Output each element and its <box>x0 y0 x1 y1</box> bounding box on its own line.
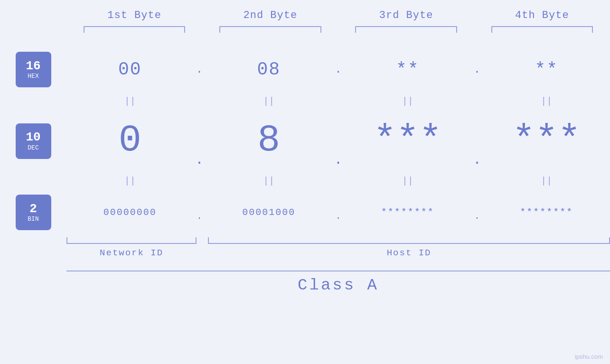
eq-dot-s1 <box>194 92 206 110</box>
dec-text-1: 0 <box>119 119 141 162</box>
dec-val-4: *** <box>483 119 610 162</box>
bottom-brackets-section: Network ID Host ID <box>0 237 610 271</box>
eq-cell-2d: || <box>483 172 610 190</box>
hex-row: 16 HEX 00 . 08 . ** . ** <box>0 47 610 92</box>
bin-dot-3: . <box>471 211 483 222</box>
watermark: ipshu.com <box>575 353 603 360</box>
main-container: 1st Byte 2nd Byte 3rd Byte 4th Byte 16 H… <box>0 0 610 364</box>
byte-header-3: 3rd Byte <box>338 9 474 21</box>
host-id-bracket <box>208 237 610 244</box>
dec-badge-base: DEC <box>28 144 38 151</box>
eq-bars-1: || || || || <box>66 92 610 110</box>
dec-text-3: *** <box>374 119 442 162</box>
eq-cell-1a: || <box>66 92 194 110</box>
dec-val-3: *** <box>344 119 471 162</box>
dec-badge: 10 DEC <box>16 123 51 159</box>
bracket-top-1 <box>84 26 186 33</box>
eq-dot-s4 <box>194 172 206 190</box>
host-id-label: Host ID <box>208 248 610 258</box>
hex-text-3: ** <box>396 59 420 80</box>
bin-dot-1: . <box>194 211 206 222</box>
bin-row: 2 BIN 00000000 . 00001000 . ******** . *… <box>0 190 610 235</box>
dec-row: 10 DEC 0 . 8 . *** . *** <box>0 110 610 172</box>
equals-row-1: || || || || <box>0 92 610 110</box>
bin-badge-base: BIN <box>28 215 38 223</box>
eq-space-2 <box>0 172 66 190</box>
top-brackets <box>66 26 610 33</box>
dec-badge-num: 10 <box>26 131 40 144</box>
byte-header-2: 2nd Byte <box>202 9 338 21</box>
hex-val-2: 08 <box>206 59 333 80</box>
eq-bars-2: || || || || <box>66 172 610 190</box>
hex-dot-3: . <box>471 63 483 76</box>
network-id-bracket <box>66 237 197 244</box>
eq-cell-1d: || <box>483 92 610 110</box>
eq-dot-s2 <box>332 92 344 110</box>
bracket-top-2 <box>219 26 321 33</box>
eq-cell-2c: || <box>344 172 471 190</box>
hex-text-4: ** <box>535 59 558 80</box>
dec-text-4: *** <box>512 119 581 162</box>
byte-header-1: 1st Byte <box>66 9 202 21</box>
bin-val-3: ******** <box>344 207 471 218</box>
hex-val-1: 00 <box>66 59 194 80</box>
bracket-cell-2 <box>202 26 338 33</box>
dec-dot-3: . <box>471 152 483 168</box>
hex-text-1: 00 <box>118 59 142 80</box>
bin-badge: 2 BIN <box>16 195 51 230</box>
eq-cell-1b: || <box>206 92 333 110</box>
class-section: Class A <box>0 271 610 299</box>
eq-space-1 <box>0 92 66 110</box>
dec-dot-2: . <box>332 152 344 168</box>
byte-header-4: 4th Byte <box>474 9 610 21</box>
bin-val-4: ******** <box>483 207 610 218</box>
bin-text-1: 00000000 <box>103 207 157 218</box>
bin-text-3: ******** <box>381 207 434 218</box>
dec-values: 0 . 8 . *** . *** <box>66 114 610 168</box>
hex-badge-col: 16 HEX <box>0 52 66 87</box>
bin-badge-num: 2 <box>29 202 37 216</box>
dec-badge-col: 10 DEC <box>0 123 66 159</box>
bin-text-4: ******** <box>520 207 573 218</box>
bin-text-2: 00001000 <box>242 207 295 218</box>
bracket-top-3 <box>355 26 457 33</box>
hex-text-2: 08 <box>257 59 281 80</box>
eq-dot-s6 <box>471 172 483 190</box>
bracket-top-4 <box>491 26 593 33</box>
bracket-cell-4 <box>474 26 610 33</box>
eq-cell-2a: || <box>66 172 194 190</box>
hex-dot-2: . <box>332 63 344 76</box>
hex-badge-num: 16 <box>26 59 40 73</box>
hex-badge-base: HEX <box>28 73 38 80</box>
eq-dot-s3 <box>471 92 483 110</box>
hex-values: 00 . 08 . ** . ** <box>66 59 610 80</box>
eq-cell-1c: || <box>344 92 471 110</box>
hex-badge: 16 HEX <box>16 52 51 87</box>
dec-text-2: 8 <box>257 119 280 162</box>
bracket-cell-1 <box>66 26 202 33</box>
hex-val-3: ** <box>344 59 471 80</box>
class-label: Class A <box>298 276 379 294</box>
dec-val-2: 8 <box>206 119 333 162</box>
hex-val-4: ** <box>483 59 610 80</box>
class-row: Class A <box>66 271 610 299</box>
bracket-cell-3 <box>338 26 474 33</box>
equals-row-2: || || || || <box>0 172 610 190</box>
bin-badge-col: 2 BIN <box>0 195 66 230</box>
bottom-brackets-container: Network ID Host ID <box>66 237 610 271</box>
eq-cell-2b: || <box>206 172 333 190</box>
bin-dot-2: . <box>332 211 344 222</box>
byte-headers: 1st Byte 2nd Byte 3rd Byte 4th Byte <box>66 0 610 21</box>
eq-dot-s5 <box>332 172 344 190</box>
dec-dot-1: . <box>194 152 206 168</box>
bin-values: 00000000 . 00001000 . ******** . *******… <box>66 204 610 222</box>
hex-dot-1: . <box>194 63 206 76</box>
bin-val-2: 00001000 <box>206 207 333 218</box>
bin-val-1: 00000000 <box>66 207 194 218</box>
dec-val-1: 0 <box>66 119 194 162</box>
network-id-label: Network ID <box>66 248 197 258</box>
